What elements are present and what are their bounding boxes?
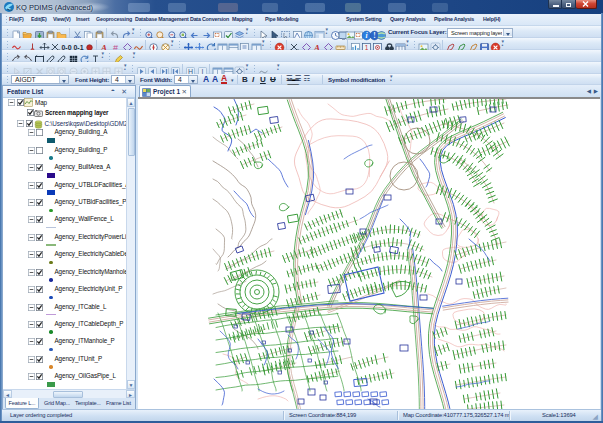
svg-text:!: ! (373, 31, 376, 40)
